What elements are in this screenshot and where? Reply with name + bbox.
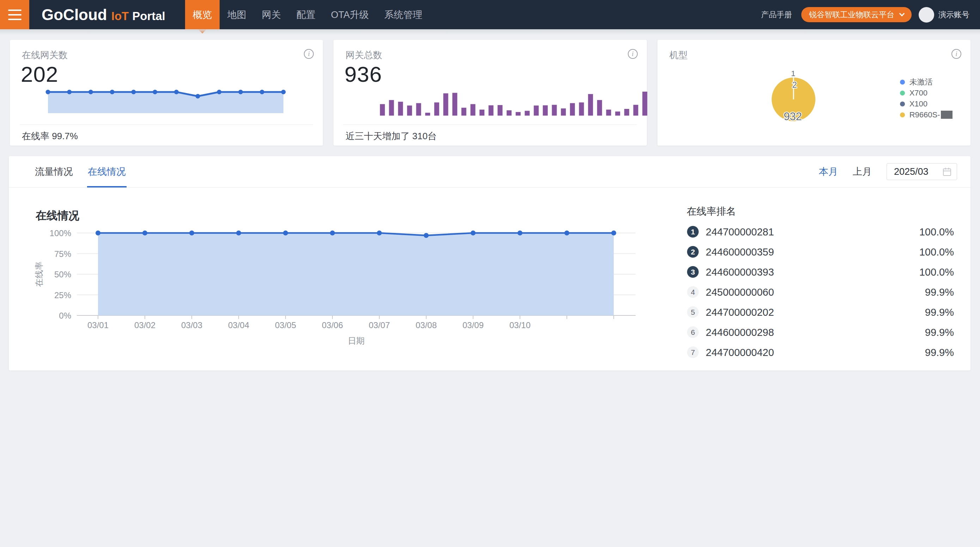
- legend-item-x100: X100: [900, 99, 953, 109]
- legend-dot: [900, 102, 905, 107]
- svg-text:03/08: 03/08: [415, 320, 437, 330]
- svg-text:在线率: 在线率: [34, 261, 44, 287]
- nav-item-ota[interactable]: OTA升级: [323, 0, 377, 29]
- tenant-selector[interactable]: 锐谷智联工业物联云平台: [801, 7, 912, 22]
- top-nav: GoCloud IoT Portal 概览 地图 网关 配置 OTA升级 系统管…: [0, 0, 980, 29]
- logo-accent: IoT: [111, 10, 129, 23]
- svg-text:03/03: 03/03: [181, 320, 202, 330]
- model-pie-chart: 12932: [763, 71, 824, 133]
- info-icon[interactable]: i: [951, 49, 961, 59]
- screen: GoCloud IoT Portal 概览 地图 网关 配置 OTA升级 系统管…: [0, 0, 980, 547]
- online-rate-value: 100.0%: [920, 266, 954, 278]
- legend-item-x700: X700: [900, 87, 953, 99]
- card-model-distribution: 机型 i 12932 未激活 X700 X100 R9660S-: [657, 40, 970, 146]
- divider: [20, 124, 313, 125]
- app-logo: GoCloud IoT Portal: [41, 6, 165, 24]
- product-manual-link[interactable]: 产品手册: [761, 10, 792, 20]
- gateway-id: 244700000420: [706, 347, 774, 358]
- svg-text:03/01: 03/01: [88, 320, 108, 330]
- card-online-gateways: 在线网关数 i 202 在线率 99.7%: [10, 40, 323, 146]
- nav-item-config[interactable]: 配置: [289, 0, 323, 29]
- online-rate-value: 99.9%: [925, 347, 954, 358]
- tab-traffic[interactable]: 流量情况: [34, 156, 74, 187]
- tab-row: 流量情况 在线情况 本月 上月 2025/03: [9, 156, 970, 188]
- rank-row: 4 245000000060 99.9%: [677, 282, 954, 302]
- rank-row: 2 244600000359 100.0%: [677, 242, 954, 262]
- nav-item-map[interactable]: 地图: [220, 0, 254, 29]
- this-month-button[interactable]: 本月: [819, 165, 838, 178]
- model-legend: 未激活 X700 X100 R9660S-: [900, 76, 953, 120]
- gateway-id: 244700000281: [706, 226, 774, 238]
- online-rate-value: 99.9%: [925, 286, 954, 298]
- online-rate-value: 99.9%: [925, 307, 954, 318]
- active-nav-caret: [198, 29, 207, 33]
- online-rate-footer: 在线率 99.7%: [22, 130, 78, 142]
- svg-text:03/04: 03/04: [228, 320, 249, 330]
- online-rate-value: 100.0%: [920, 246, 954, 258]
- rank-badge: 3: [687, 266, 699, 278]
- svg-text:2: 2: [792, 80, 797, 89]
- svg-text:03/10: 03/10: [509, 320, 531, 330]
- online-rate-chart: 0%25%50%75%100%03/0103/0203/0303/0403/05…: [30, 199, 651, 350]
- rank-badge: 6: [687, 326, 699, 338]
- svg-text:25%: 25%: [54, 290, 71, 300]
- month-picker-value: 2025/03: [894, 166, 929, 177]
- stat-cards: 在线网关数 i 202 在线率 99.7% 网关总数 i 936 近三十天增加了…: [10, 40, 970, 146]
- svg-text:日期: 日期: [348, 336, 365, 345]
- account-name: 演示账号: [939, 10, 969, 20]
- divider: [344, 124, 636, 125]
- avatar[interactable]: [919, 7, 934, 22]
- legend-item-inactive: 未激活: [900, 76, 953, 87]
- card-title: 网关总数: [345, 49, 382, 61]
- rank-row: 5 244700000202 99.9%: [677, 302, 954, 322]
- main-panel: 流量情况 在线情况 本月 上月 2025/03 在线情况 0%25%50%75: [9, 156, 970, 370]
- hamburger-icon: [8, 10, 22, 11]
- rank-badge: 4: [687, 286, 699, 298]
- total-gateway-count: 936: [344, 62, 382, 87]
- svg-text:100%: 100%: [50, 228, 71, 238]
- rank-badge: 5: [687, 306, 699, 318]
- gateway-id: 244600000359: [706, 246, 774, 258]
- svg-text:0%: 0%: [59, 311, 71, 320]
- card-title: 在线网关数: [22, 49, 68, 61]
- svg-text:03/05: 03/05: [275, 320, 296, 330]
- logo-brand: GoCloud: [41, 6, 107, 24]
- rank-badge: 7: [687, 347, 699, 358]
- range-controls: 本月 上月 2025/03: [819, 163, 957, 180]
- legend-dot: [900, 91, 905, 95]
- topbar-right: 产品手册 锐谷智联工业物联云平台 演示账号: [761, 7, 969, 22]
- card-total-gateways: 网关总数 i 936 近三十天增加了 310台: [334, 40, 646, 146]
- month-picker[interactable]: 2025/03: [886, 163, 957, 180]
- rank-badge: 1: [687, 226, 699, 237]
- info-icon[interactable]: i: [628, 49, 638, 59]
- svg-text:03/07: 03/07: [369, 320, 390, 330]
- gateway-bars-chart: [378, 84, 649, 118]
- nav-item-system[interactable]: 系统管理: [377, 0, 430, 29]
- online-rate-ranking: 在线率排名 1 244700000281 100.0% 2 2446000003…: [677, 199, 954, 362]
- rank-badge: 2: [687, 246, 699, 258]
- calendar-icon: [942, 167, 952, 177]
- nav-item-overview[interactable]: 概览: [185, 0, 220, 29]
- tabs: 流量情况 在线情况: [34, 156, 127, 187]
- svg-text:03/06: 03/06: [322, 320, 343, 330]
- gateway-id: 244700000202: [706, 307, 774, 318]
- rank-row: 6 244600000298 99.9%: [677, 322, 954, 342]
- online-rate-value: 99.9%: [925, 327, 954, 338]
- svg-text:03/02: 03/02: [134, 320, 156, 330]
- logo-suffix: Portal: [132, 10, 165, 23]
- svg-text:50%: 50%: [54, 270, 71, 279]
- online-spark-chart: [45, 85, 286, 118]
- gateway-id: 244600000298: [706, 327, 774, 338]
- hamburger-button[interactable]: [0, 0, 29, 29]
- svg-text:03/09: 03/09: [463, 320, 484, 330]
- gateway-id: 245000000060: [706, 286, 774, 298]
- svg-text:1: 1: [791, 71, 795, 78]
- total-growth-footer: 近三十天增加了 310台: [345, 130, 437, 142]
- legend-dot: [900, 113, 905, 118]
- nav-item-gateway[interactable]: 网关: [254, 0, 289, 29]
- tab-online[interactable]: 在线情况: [87, 156, 127, 187]
- svg-text:75%: 75%: [54, 249, 71, 259]
- info-icon[interactable]: i: [304, 49, 314, 59]
- rank-row: 7 244700000420 99.9%: [677, 342, 954, 362]
- last-month-button[interactable]: 上月: [853, 165, 872, 178]
